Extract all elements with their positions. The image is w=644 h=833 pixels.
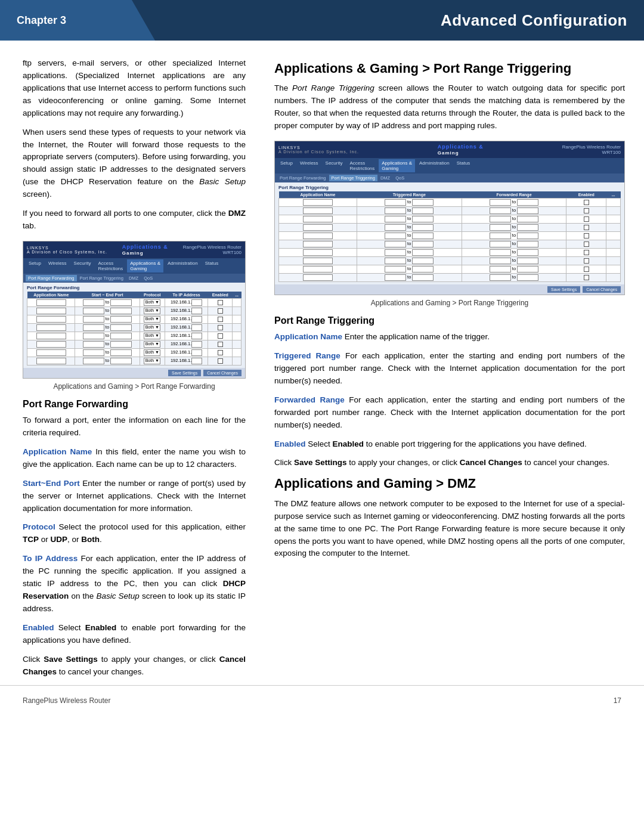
left-column: ftp servers, e-mail servers, or other sp… <box>0 57 262 685</box>
prf-save-cancel: Click Save Settings to apply your change… <box>23 654 246 679</box>
intro-para-2: When users send these types of requests … <box>23 126 246 202</box>
dmz-section-title: Applications and Gaming > DMZ <box>274 476 625 491</box>
table-row: to to <box>279 232 621 240</box>
save-settings-btn-right[interactable]: Save Settings <box>547 286 580 293</box>
cancel-changes-btn-right[interactable]: Cancel Changes <box>583 286 621 293</box>
linksys-nav-right: Setup Wireless Security AccessRestrictio… <box>275 158 624 174</box>
linksys-ui-left: LINKSYS A Division of Cisco Systems, Inc… <box>23 241 245 378</box>
col-r-app-name: Application Name <box>279 191 357 199</box>
table-row: to Both ▼ 192.168.1. <box>27 357 242 365</box>
linksys-nav-left: Setup Wireless Security AccessRestrictio… <box>23 258 245 274</box>
table-row: to to <box>279 215 621 224</box>
tab-r-qos[interactable]: QoS <box>393 175 407 181</box>
dmz-intro: The DMZ feature allows one network compu… <box>274 498 625 561</box>
prt-triggered: Triggered Range For each application, en… <box>274 350 625 388</box>
tab-qos[interactable]: QoS <box>141 275 155 281</box>
nav-r-access[interactable]: AccessRestrictions <box>346 159 377 172</box>
col-r-extra: ... <box>606 191 621 199</box>
prf-table: Application Name Start ~ End Port Protoc… <box>27 292 242 366</box>
main-content: ftp servers, e-mail servers, or other sp… <box>0 41 644 685</box>
prt-table: Application Name Triggered Range Forward… <box>278 191 621 282</box>
table-row: to Both ▼ 192.168.1. <box>27 298 242 306</box>
table-row: to to <box>279 199 621 207</box>
screenshot1-caption: Applications and Gaming > Port Range For… <box>23 382 246 391</box>
linksys-content-right: Port Range Triggering Application Name T… <box>275 182 624 284</box>
screenshot-port-forwarding: LINKSYS A Division of Cisco Systems, Inc… <box>23 241 246 379</box>
linksys-product-left: RangePlus Wireless Router WRT100 <box>183 244 242 255</box>
cancel-changes-btn-left[interactable]: Cancel Changes <box>203 370 242 376</box>
nav-r-apps-gaming[interactable]: Applications &Gaming <box>379 159 415 172</box>
prt-intro: The Port Range Triggering screen allows … <box>274 82 625 132</box>
col-enabled: Enabled <box>208 292 233 299</box>
col-extra: ... <box>233 292 242 299</box>
linksys-footer-right: Save Settings Cancel Changes <box>275 284 624 295</box>
col-r-enabled: Enabled <box>566 191 606 199</box>
prf-intro: To forward a port, enter the information… <box>23 414 246 439</box>
col-r-forwarded: Forwarded Range <box>462 191 566 199</box>
prt-forwarded: Forwarded Range For each application, en… <box>274 394 625 432</box>
linksys-footer-left: Save Settings Cancel Changes <box>23 368 245 378</box>
tab-r-dmz[interactable]: DMZ <box>378 175 392 181</box>
linksys-content-left: Port Range Forwarding Application Name S… <box>23 283 245 368</box>
tab-prt[interactable]: Port Range Triggering <box>78 275 126 281</box>
prt-app-name: Application Name Enter the application n… <box>274 331 625 343</box>
nav-r-security[interactable]: Security <box>323 159 346 172</box>
nav-r-wireless[interactable]: Wireless <box>297 159 321 172</box>
nav-r-admin[interactable]: Administration <box>416 159 453 172</box>
linksys-logo-left: LINKSYS A Division of Cisco Systems, Inc… <box>27 246 107 254</box>
table-row: to Both ▼ 192.168.1. <box>27 348 242 357</box>
nav-status[interactable]: Status <box>202 259 222 272</box>
prf-protocol: Protocol Select the protocol used for th… <box>23 521 246 546</box>
footer-left: RangePlus Wireless Router <box>23 696 110 705</box>
tab-r-prt[interactable]: Port Range Triggering <box>329 175 377 181</box>
table-row: to to <box>279 240 621 249</box>
prt-section-title: Applications & Gaming > Port Range Trigg… <box>274 61 625 76</box>
table-title-left: Port Range Forwarding <box>27 285 242 290</box>
col-r-triggered: Triggered Range <box>357 191 462 199</box>
linksys-tabs-left: Port Range Forwarding Port Range Trigger… <box>23 274 245 283</box>
prf-to-ip: To IP Address For each application, ente… <box>23 553 246 615</box>
prf-start-end: Start~End Port Enter the number or range… <box>23 478 246 515</box>
linksys-logo-right: LINKSYS A Division of Cisco Systems, Inc… <box>278 145 359 154</box>
tab-prf[interactable]: Port Range Forwarding <box>26 275 77 281</box>
col-app-name: Application Name <box>27 292 75 299</box>
footer-right: 17 <box>614 696 621 705</box>
table-row: to Both ▼ 192.168.1. <box>27 323 242 332</box>
table-row: to to <box>279 257 621 265</box>
linksys-ui-right: LINKSYS A Division of Cisco Systems, Inc… <box>275 141 624 295</box>
table-row: to Both ▼ 192.168.1. <box>27 340 242 348</box>
table-row: to to <box>279 274 621 282</box>
prt-save-cancel: Click Save Settings to apply your change… <box>274 457 625 469</box>
nav-admin[interactable]: Administration <box>165 259 201 272</box>
col-to-ip: To IP Address <box>165 292 208 299</box>
save-settings-btn-left[interactable]: Save Settings <box>168 370 201 376</box>
col-protocol: Protocol <box>140 292 165 299</box>
table-row: to Both ▼ 192.168.1. <box>27 315 242 323</box>
nav-r-setup[interactable]: Setup <box>277 159 296 172</box>
table-row: to to <box>279 265 621 274</box>
prf-title: Port Range Forwarding <box>23 399 246 410</box>
tab-r-prf[interactable]: Port Range Forwarding <box>277 175 329 181</box>
tab-dmz[interactable]: DMZ <box>126 275 141 281</box>
nav-security[interactable]: Security <box>71 259 94 272</box>
table-row: to Both ▼ 192.168.1. <box>27 332 242 340</box>
table-row: to Both ▼ 192.168.1. <box>27 306 242 315</box>
chapter-label: Chapter 3 <box>0 0 155 41</box>
nav-apps-gaming[interactable]: Applications &Gaming <box>127 259 163 272</box>
prt-enabled: Enabled Select Enabled to enable port tr… <box>274 438 625 451</box>
screenshot-port-triggering: LINKSYS A Division of Cisco Systems, Inc… <box>274 141 625 295</box>
table-row: to to <box>279 224 621 232</box>
screenshot2-caption: Applications and Gaming > Port Range Tri… <box>274 299 625 307</box>
intro-para-3: If you need to forward all ports to one … <box>23 208 246 233</box>
linksys-tabs-right: Port Range Forwarding Port Range Trigger… <box>275 174 624 182</box>
nav-access[interactable]: AccessRestrictions <box>95 259 126 272</box>
nav-wireless[interactable]: Wireless <box>45 259 70 272</box>
prf-app-name: Application Name In this field, enter th… <box>23 446 246 471</box>
nav-r-status[interactable]: Status <box>454 159 473 172</box>
col-start-end: Start ~ End Port <box>75 292 140 299</box>
page-title: Advanced Configuration <box>155 0 644 41</box>
nav-setup[interactable]: Setup <box>26 259 44 272</box>
page-footer: RangePlus Wireless Router 17 <box>0 685 644 711</box>
prt-subsection-title: Port Range Triggering <box>274 315 625 326</box>
table-title-right: Port Range Triggering <box>278 185 621 190</box>
